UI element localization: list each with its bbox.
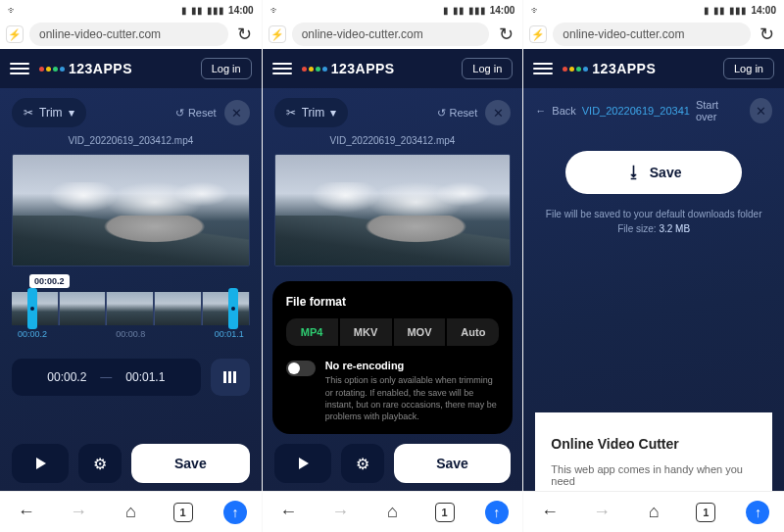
- back-arrow-icon[interactable]: ←: [535, 105, 546, 117]
- nav-tabs-button[interactable]: 1: [171, 500, 196, 525]
- url-field[interactable]: online-video-cutter.com: [553, 23, 751, 46]
- play-button[interactable]: [274, 444, 331, 483]
- lightning-icon[interactable]: ⚡: [269, 25, 286, 43]
- reset-label: Reset: [450, 107, 478, 119]
- nav-options-button[interactable]: ↑: [484, 500, 510, 525]
- tick-1: 00:00.2: [18, 329, 47, 339]
- refresh-icon[interactable]: ↻: [495, 24, 516, 45]
- play-button[interactable]: [12, 444, 69, 483]
- timeline-strip[interactable]: [12, 292, 250, 325]
- close-button[interactable]: ✕: [750, 98, 772, 123]
- brand-logo[interactable]: 123APPS: [302, 61, 453, 76]
- crop-button[interactable]: [211, 359, 250, 396]
- trim-start-handle[interactable]: [27, 288, 37, 329]
- nav-options-button[interactable]: ↑: [745, 500, 770, 525]
- phone-3: ᯤ ▮▮▮▮▮▮ 14:00 ⚡ online-video-cutter.com…: [522, 0, 784, 532]
- time-range-display[interactable]: 00:00.2 — 00:01.1: [12, 359, 201, 396]
- menu-icon[interactable]: [272, 63, 292, 74]
- start-over-button[interactable]: Start over: [696, 99, 738, 122]
- nav-tabs-button[interactable]: 1: [432, 500, 458, 525]
- format-mp4[interactable]: MP4: [286, 318, 340, 346]
- brand-logo[interactable]: 123APPS: [39, 61, 191, 76]
- trim-label: Trim: [302, 106, 325, 120]
- format-mkv[interactable]: MKV: [340, 318, 394, 346]
- preview-mountain: [13, 216, 249, 266]
- trim-end-handle[interactable]: [228, 288, 238, 329]
- lightning-icon[interactable]: ⚡: [6, 25, 24, 43]
- breadcrumb-filename: VID_20220619_20341: [582, 105, 690, 117]
- svg-rect-0: [223, 371, 226, 383]
- format-auto[interactable]: Auto: [447, 318, 499, 346]
- save-button[interactable]: Save: [131, 444, 250, 483]
- signal-icon: ▮▮: [191, 5, 203, 16]
- download-label: Save: [650, 165, 682, 180]
- chevron-down-icon: ▾: [330, 106, 336, 120]
- video-preview[interactable]: [274, 154, 512, 266]
- nav-options-button[interactable]: ↑: [222, 500, 248, 525]
- brand-logo[interactable]: 123APPS: [563, 61, 713, 76]
- url-field[interactable]: online-video-cutter.com: [292, 23, 490, 46]
- nav-back-icon[interactable]: ←: [537, 500, 563, 525]
- play-icon: [33, 457, 47, 470]
- file-name: VID_20220619_203412.mp4: [12, 135, 250, 146]
- tab-count: 1: [435, 503, 455, 522]
- status-left: ᯤ: [531, 5, 541, 16]
- logo-dots-icon: [563, 67, 588, 72]
- nav-forward-icon[interactable]: →: [327, 500, 353, 525]
- login-button[interactable]: Log in: [201, 58, 252, 79]
- range-dash: —: [100, 370, 112, 384]
- timeline[interactable]: 00:00.2 00:00.2 00:00.8 00:01.1: [12, 292, 250, 345]
- menu-icon[interactable]: [10, 63, 29, 74]
- close-button[interactable]: ✕: [485, 100, 511, 125]
- status-bar: ᯤ ▮▮▮▮▮▮ 14:00: [263, 0, 523, 20]
- settings-button[interactable]: ⚙: [341, 444, 384, 483]
- lightning-icon[interactable]: ⚡: [529, 25, 547, 43]
- about-section: Online Video Cutter This web app comes i…: [535, 412, 772, 491]
- format-mov[interactable]: MOV: [394, 318, 448, 346]
- download-button[interactable]: ⭳ Save: [565, 151, 742, 194]
- svg-rect-2: [233, 371, 236, 383]
- save-page: ← Back VID_20220619_20341 Start over ✕ ⭳…: [523, 88, 784, 491]
- app-header: 123APPS Log in: [0, 49, 262, 88]
- nav-home-icon[interactable]: ⌂: [379, 500, 405, 525]
- trim-button[interactable]: ✂ Trim ▾: [274, 98, 349, 127]
- preview-mountain: [275, 216, 511, 266]
- file-format-panel: File format MP4 MKV MOV Auto No re-encod…: [272, 281, 514, 434]
- login-button[interactable]: Log in: [462, 58, 513, 79]
- refresh-icon[interactable]: ↻: [757, 24, 778, 45]
- nav-home-icon[interactable]: ⌂: [641, 500, 666, 525]
- save-button[interactable]: Save: [394, 444, 512, 483]
- nav-back-icon[interactable]: ←: [275, 500, 301, 525]
- reset-button[interactable]: ↺ Reset: [175, 107, 217, 120]
- browser-nav: ← → ⌂ 1 ↑: [263, 491, 523, 532]
- url-field[interactable]: online-video-cutter.com: [29, 23, 228, 46]
- close-button[interactable]: ✕: [224, 100, 250, 125]
- nav-tabs-button[interactable]: 1: [693, 500, 718, 525]
- nav-forward-icon[interactable]: →: [66, 500, 91, 525]
- no-reencode-toggle[interactable]: [286, 361, 316, 376]
- back-button[interactable]: Back: [552, 105, 575, 117]
- nav-home-icon[interactable]: ⌂: [118, 500, 143, 525]
- brand-text: 123APPS: [331, 61, 395, 76]
- address-bar: ⚡ online-video-cutter.com ↻: [263, 20, 523, 49]
- wifi-icon: ᯤ: [8, 5, 18, 16]
- nfc-icon: ▮: [443, 5, 449, 16]
- nav-back-icon[interactable]: ←: [14, 500, 39, 525]
- phone-1: ᯤ ▮ ▮▮ ▮▮▮ 14:00 ⚡ online-video-cutter.c…: [0, 0, 262, 532]
- login-button[interactable]: Log in: [723, 58, 774, 79]
- address-bar: ⚡ online-video-cutter.com ↻: [0, 20, 262, 49]
- phone-2: ᯤ ▮▮▮▮▮▮ 14:00 ⚡ online-video-cutter.com…: [262, 0, 523, 532]
- refresh-icon[interactable]: ↻: [234, 24, 256, 45]
- reset-button[interactable]: ↺ Reset: [437, 107, 478, 120]
- timeline-ticks: 00:00.2 00:00.8 00:01.1: [12, 329, 250, 339]
- trim-button[interactable]: ✂ Trim ▾: [12, 98, 86, 127]
- menu-icon[interactable]: [533, 63, 553, 74]
- about-title: Online Video Cutter: [551, 436, 757, 452]
- nav-forward-icon[interactable]: →: [589, 500, 614, 525]
- settings-button[interactable]: ⚙: [78, 444, 122, 483]
- action-bar: ⚙ Save: [12, 430, 250, 483]
- file-name: VID_20220619_203412.mp4: [274, 135, 512, 146]
- clock: 14:00: [490, 5, 515, 16]
- logo-dots-icon: [39, 67, 65, 72]
- video-preview[interactable]: [12, 154, 250, 266]
